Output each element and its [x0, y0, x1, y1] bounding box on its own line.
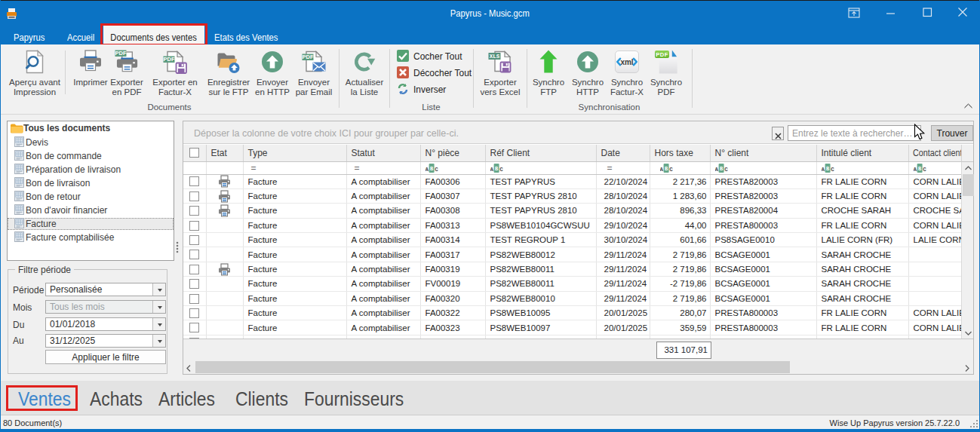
svg-text:C: C — [831, 166, 834, 172]
svg-text:C: C — [499, 166, 503, 172]
svg-text:XLS: XLS — [490, 54, 500, 60]
svg-text:A: A — [914, 166, 917, 172]
svg-text:A: A — [660, 166, 664, 172]
svg-text:A: A — [425, 166, 429, 172]
svg-text:PDF: PDF — [656, 51, 668, 58]
svg-text:A: A — [490, 166, 494, 172]
svg-text:xml: xml — [620, 58, 633, 66]
svg-text:A: A — [822, 166, 825, 172]
svg-text:A: A — [715, 166, 719, 172]
svg-text:C: C — [923, 166, 926, 172]
svg-text:C: C — [669, 166, 673, 172]
svg-text:C: C — [435, 166, 438, 172]
svg-text:PDF: PDF — [303, 54, 314, 60]
svg-text:C: C — [724, 166, 728, 172]
svg-text:PDF: PDF — [164, 56, 175, 63]
svg-text:PDF: PDF — [115, 50, 127, 57]
